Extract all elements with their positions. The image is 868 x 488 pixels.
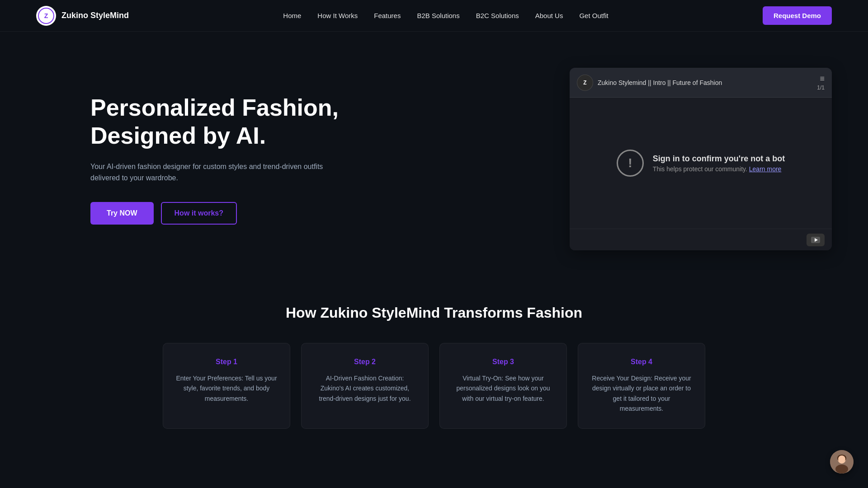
sign-in-prompt: ! Sign in to confirm you're not a bot Th… <box>617 150 785 177</box>
step-2-label: Step 2 <box>314 358 415 366</box>
video-header: Z Zukino Stylemind || Intro || Future of… <box>570 68 832 98</box>
navbar: Z Zukino StyleMind Home How It Works Fea… <box>0 0 868 32</box>
step-4-desc: Receive Your Design: Receive your design… <box>591 373 692 414</box>
step-card-3: Step 3 Virtual Try-On: See how your pers… <box>439 343 567 429</box>
learn-more-link[interactable]: Learn more <box>749 165 782 173</box>
svg-text:Z: Z <box>44 12 48 19</box>
nav-about[interactable]: About Us <box>535 12 563 19</box>
video-header-left: Z Zukino Stylemind || Intro || Future of… <box>577 75 722 91</box>
alert-icon: ! <box>617 150 644 177</box>
chat-avatar <box>830 450 854 474</box>
step-2-desc: AI-Driven Fashion Creation: Zukino's AI … <box>314 373 415 404</box>
request-demo-button[interactable]: Request Demo <box>763 6 832 25</box>
brand[interactable]: Z Zukino StyleMind <box>36 6 129 26</box>
hero-buttons: Try NOW How it works? <box>90 202 371 225</box>
chat-widget[interactable] <box>830 450 854 474</box>
steps-grid: Step 1 Enter Your Preferences: Tell us y… <box>163 343 705 429</box>
nav-links: Home How It Works Features B2B Solutions… <box>283 12 608 20</box>
nav-how-it-works[interactable]: How It Works <box>317 12 358 19</box>
step-3-label: Step 3 <box>453 358 554 366</box>
svg-point-10 <box>838 455 845 463</box>
step-card-4: Step 4 Receive Your Design: Receive your… <box>578 343 705 429</box>
nav-b2c[interactable]: B2C Solutions <box>476 12 519 19</box>
try-now-button[interactable]: Try NOW <box>90 202 154 225</box>
hero-video: Z Zukino Stylemind || Intro || Future of… <box>570 68 832 250</box>
step-1-desc: Enter Your Preferences: Tell us your sty… <box>176 373 277 404</box>
brand-logo: Z <box>36 6 56 26</box>
step-card-1: Step 1 Enter Your Preferences: Tell us y… <box>163 343 290 429</box>
youtube-button[interactable] <box>807 234 825 246</box>
video-title: Zukino Stylemind || Intro || Future of F… <box>598 79 722 86</box>
hero-section: Personalized Fashion, Designed by AI. Yo… <box>0 32 868 277</box>
how-it-works-button[interactable]: How it works? <box>161 202 237 225</box>
nav-features[interactable]: Features <box>374 12 401 19</box>
hero-title: Personalized Fashion, Designed by AI. <box>90 94 371 150</box>
svg-text:Z: Z <box>583 80 586 86</box>
step-4-label: Step 4 <box>591 358 692 366</box>
brand-name: Zukino StyleMind <box>61 11 129 20</box>
hero-content: Personalized Fashion, Designed by AI. Yo… <box>90 94 371 225</box>
how-it-works-section: How Zukino StyleMind Transforms Fashion … <box>0 277 868 465</box>
nav-b2b[interactable]: B2B Solutions <box>417 12 459 19</box>
video-container: Z Zukino Stylemind || Intro || Future of… <box>570 68 832 250</box>
section-title: How Zukino StyleMind Transforms Fashion <box>36 305 832 321</box>
sign-in-text: Sign in to confirm you're not a bot This… <box>653 154 785 173</box>
step-1-label: Step 1 <box>176 358 277 366</box>
nav-home[interactable]: Home <box>283 12 301 19</box>
svg-point-8 <box>835 465 848 474</box>
video-body: ! Sign in to confirm you're not a bot Th… <box>570 98 832 229</box>
step-card-2: Step 2 AI-Driven Fashion Creation: Zukin… <box>301 343 429 429</box>
nav-get-outfit[interactable]: Get Outfit <box>579 12 608 19</box>
playlist-icon: ≡ <box>820 74 825 84</box>
playlist-count: 1/1 <box>817 84 825 91</box>
video-channel-avatar: Z <box>577 75 593 91</box>
hero-subtitle: Your AI-driven fashion designer for cust… <box>90 161 326 184</box>
video-footer <box>570 229 832 250</box>
sign-in-heading: Sign in to confirm you're not a bot <box>653 154 785 164</box>
sign-in-desc: This helps protect our community. Learn … <box>653 165 785 173</box>
video-header-right: ≡ 1/1 <box>817 74 825 91</box>
step-3-desc: Virtual Try-On: See how your personalize… <box>453 373 554 404</box>
